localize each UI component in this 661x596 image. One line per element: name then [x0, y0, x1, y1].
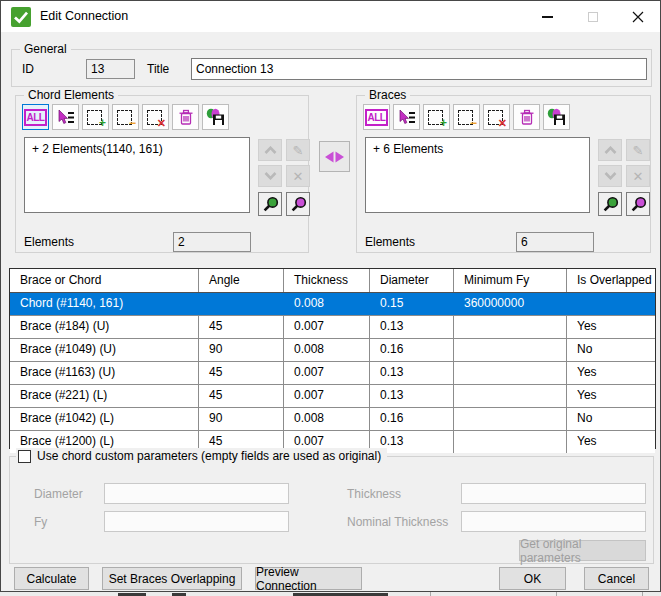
table-cell: 0.008 — [284, 293, 370, 315]
close-icon — [632, 11, 644, 23]
table-cell: 90 — [199, 408, 284, 430]
table-row[interactable]: Chord (#1140, 161)0.0080.15360000000 — [10, 293, 655, 316]
thickness-label: Thickness — [347, 484, 401, 504]
add-selection-icon: + — [428, 109, 445, 126]
table-cell — [567, 293, 655, 315]
table-row[interactable]: Brace (#221) (L)450.0070.13Yes — [10, 385, 655, 408]
maximize-icon — [588, 12, 598, 22]
table-cell — [199, 293, 284, 315]
edit-button: ✎ — [626, 139, 650, 161]
edit-button: ✎ — [286, 139, 310, 161]
zoom-selected-button[interactable] — [258, 192, 282, 216]
ok-button[interactable]: OK — [499, 567, 566, 590]
set-braces-overlapping-button[interactable]: Set Braces Overlapping — [102, 567, 242, 590]
diameter-label: Diameter — [34, 484, 83, 504]
add-selection-button[interactable]: + — [423, 104, 450, 130]
general-group: General ID 13 Title — [11, 49, 652, 87]
table-cell — [454, 385, 567, 407]
braces-group-label: Braces — [365, 88, 410, 103]
magnifier-green-icon — [602, 196, 619, 213]
general-group-label: General — [20, 42, 71, 57]
subtract-selection-button[interactable]: − — [453, 104, 480, 130]
swap-chord-braces-button[interactable] — [319, 141, 350, 172]
close-button[interactable] — [615, 1, 660, 32]
column-header[interactable]: Thickness — [284, 269, 370, 292]
custom-params-group: Use chord custom parameters (empty field… — [9, 456, 654, 564]
remove-selection-button[interactable]: ✕ — [483, 104, 510, 130]
table-cell: Yes — [567, 362, 655, 384]
column-header[interactable]: Angle — [199, 269, 284, 292]
delete-button[interactable] — [513, 104, 540, 130]
zoom-all-button[interactable] — [286, 192, 310, 216]
minimize-button[interactable] — [525, 1, 570, 32]
select-all-button[interactable]: ALL — [22, 104, 49, 130]
save-icon — [547, 108, 566, 126]
chord-elements-count: 2 — [173, 232, 251, 252]
remove-selection-button[interactable]: ✕ — [142, 104, 169, 130]
chord-elements-count-label: Elements — [24, 232, 74, 252]
chevron-up-icon — [604, 146, 617, 154]
cancel-button[interactable]: Cancel — [584, 567, 649, 590]
column-header[interactable]: Diameter — [370, 269, 454, 292]
thickness-input — [461, 483, 646, 504]
window-title: Edit Connection — [40, 1, 128, 32]
minimize-icon — [542, 16, 553, 18]
add-selection-icon: + — [87, 109, 104, 126]
table-cell: 45 — [199, 362, 284, 384]
save-selection-button[interactable] — [543, 104, 570, 130]
table-cell: 0.15 — [370, 293, 454, 315]
use-custom-params-checkbox[interactable] — [18, 450, 31, 463]
table-row[interactable]: Brace (#184) (U)450.0070.13Yes — [10, 316, 655, 339]
table-cell — [454, 316, 567, 338]
get-original-parameters-button: Get original parameters — [519, 540, 646, 561]
column-header[interactable]: Brace or Chord — [10, 269, 199, 292]
remove-selection-icon: ✕ — [488, 109, 505, 126]
table-cell: 0.008 — [284, 339, 370, 361]
chord-toolbar: ALL + − — [22, 104, 229, 130]
braces-list-item[interactable]: + 6 Elements — [373, 142, 443, 156]
table-row[interactable]: Brace (#1042) (L)900.0080.16No — [10, 408, 655, 431]
title-label: Title — [147, 59, 169, 79]
braces-list[interactable]: + 6 Elements — [365, 137, 590, 213]
move-down-button — [598, 165, 622, 187]
add-selection-button[interactable]: + — [82, 104, 109, 130]
all-icon: ALL — [365, 109, 389, 126]
zoom-all-button[interactable] — [626, 192, 650, 216]
table-cell: Chord (#1140, 161) — [10, 293, 199, 315]
braces-group: Braces ALL + — [356, 95, 651, 253]
x-icon: ✕ — [293, 169, 304, 184]
table-row[interactable]: Brace (#1049) (U)900.0080.16No — [10, 339, 655, 362]
chord-list-item[interactable]: + 2 Elements(1140, 161) — [32, 142, 163, 156]
table-cell — [454, 339, 567, 361]
table-cell: 90 — [199, 339, 284, 361]
calculate-button[interactable]: Calculate — [14, 567, 89, 590]
chord-elements-group: Chord Elements ALL + — [15, 95, 309, 253]
table-header: Brace or Chord Angle Thickness Diameter … — [10, 269, 655, 293]
preview-connection-button[interactable]: Preview Connection — [255, 567, 362, 590]
save-selection-button[interactable] — [202, 104, 229, 130]
title-bar[interactable]: Edit Connection — [1, 1, 660, 32]
subtract-selection-button[interactable]: − — [112, 104, 139, 130]
table-row[interactable]: Brace (#1163) (U)450.0070.13Yes — [10, 362, 655, 385]
braces-toolbar: ALL + − — [363, 104, 570, 130]
move-up-button — [598, 139, 622, 161]
table-cell: 0.007 — [284, 385, 370, 407]
table-cell: 0.16 — [370, 339, 454, 361]
pick-elements-button[interactable] — [52, 104, 79, 130]
background-window-sliver — [0, 592, 661, 596]
check-icon — [11, 7, 31, 27]
select-all-button[interactable]: ALL — [363, 104, 390, 130]
chord-elements-list[interactable]: + 2 Elements(1140, 161) — [24, 137, 250, 213]
table-cell: 0.13 — [370, 316, 454, 338]
chord-elements-group-label: Chord Elements — [24, 88, 118, 103]
zoom-selected-button[interactable] — [598, 192, 622, 216]
title-input[interactable] — [191, 58, 647, 80]
pick-elements-button[interactable] — [393, 104, 420, 130]
column-header[interactable]: Is Overlapped — [567, 269, 655, 292]
column-header[interactable]: Minimum Fy — [454, 269, 567, 292]
use-custom-params-label: Use chord custom parameters (empty field… — [37, 448, 381, 465]
swap-arrows-icon — [323, 150, 346, 164]
delete-button[interactable] — [172, 104, 199, 130]
table-cell: Brace (#1163) (U) — [10, 362, 199, 384]
move-up-button — [258, 139, 282, 161]
